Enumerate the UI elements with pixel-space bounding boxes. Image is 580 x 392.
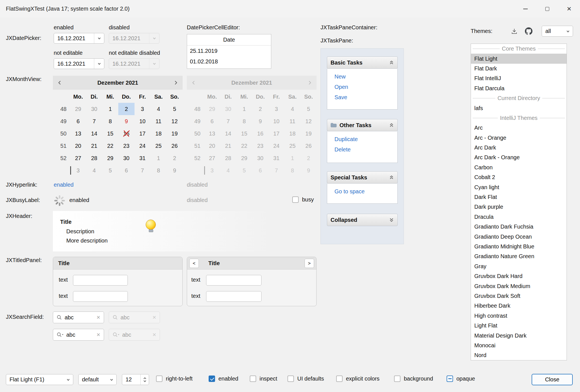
font-combo[interactable]: default — [78, 374, 117, 385]
taskpane-header[interactable]: Collapsed — [327, 214, 398, 226]
datepicker-dropdown-button[interactable] — [94, 33, 104, 43]
close-window-button[interactable]: ✕ — [558, 0, 580, 18]
clear-search-icon[interactable]: ✕ — [96, 332, 100, 338]
theme-item-dark-flat[interactable]: Dark Flat — [471, 192, 567, 202]
task-link-new[interactable]: New — [334, 72, 397, 82]
day-cell[interactable]: 24 — [135, 140, 150, 152]
day-cell[interactable]: 18 — [150, 127, 166, 140]
task-link-go-to-space[interactable]: Go to space — [334, 186, 397, 197]
task-link-open[interactable]: Open — [334, 82, 397, 92]
titled-panel-right-button[interactable]: > — [305, 259, 314, 268]
datepicker-enabled[interactable]: 16.12.2021 — [54, 33, 104, 44]
day-cell[interactable]: 5 — [102, 164, 118, 177]
theme-item-light-flat[interactable]: Light Flat — [471, 321, 567, 331]
day-cell[interactable]: 16 — [118, 127, 134, 140]
checkbox-opaque[interactable]: opaque — [447, 376, 475, 382]
themes-filter-combo[interactable]: all — [542, 26, 573, 37]
day-cell[interactable]: 21 — [86, 140, 102, 152]
theme-item-dracula[interactable]: Dracula — [471, 212, 567, 222]
theme-item-material-design-dark[interactable]: Material Design Dark — [471, 331, 567, 340]
day-cell[interactable]: 26 — [166, 140, 182, 152]
task-link-duplicate[interactable]: Duplicate — [334, 134, 397, 144]
checkbox-explicit-colors[interactable]: explicit colors — [336, 376, 379, 382]
checkbox-inspect[interactable]: inspect — [250, 376, 277, 382]
day-cell[interactable]: 22 — [102, 140, 118, 152]
day-cell[interactable]: 11 — [150, 115, 166, 127]
minimize-button[interactable] — [515, 0, 536, 18]
prev-month-button[interactable] — [53, 76, 67, 90]
next-month-button[interactable] — [169, 76, 183, 90]
search-field-menu-enabled[interactable]: abc ✕ — [53, 329, 104, 341]
theme-item-high-contrast[interactable]: High contrast — [471, 311, 567, 321]
day-cell[interactable]: 14 — [86, 127, 102, 140]
download-icon[interactable] — [511, 28, 518, 35]
theme-item-gradianto-dark-fuchsia[interactable]: Gradianto Dark Fuchsia — [471, 222, 567, 232]
theme-item-flat-light[interactable]: Flat Light — [471, 54, 567, 63]
theme-item-lafs[interactable]: lafs — [471, 103, 567, 113]
theme-item-cyan-light[interactable]: Cyan light — [471, 182, 567, 192]
day-cell[interactable]: 19 — [166, 127, 182, 140]
text-input[interactable] — [73, 291, 128, 302]
day-cell[interactable]: 1 — [102, 103, 118, 115]
theme-item-dark-purple[interactable]: Dark purple — [471, 202, 567, 212]
checkbox-box[interactable] — [447, 376, 453, 382]
datepicker-value[interactable]: 16.12.2021 — [54, 35, 94, 42]
theme-item-arc-dark-orange[interactable]: Arc Dark - Orange — [471, 153, 567, 162]
theme-item-arc-dark[interactable]: Arc Dark — [471, 143, 567, 153]
checkbox-busy[interactable]: busy — [292, 196, 314, 203]
hyperlink-enabled[interactable]: enabled — [54, 182, 74, 188]
day-cell[interactable]: 8 — [102, 115, 118, 127]
day-cell[interactable]: 30 — [86, 103, 102, 115]
day-cell[interactable]: 9 — [166, 164, 182, 177]
theme-item-arc-orange[interactable]: Arc - Orange — [471, 133, 567, 143]
checkbox-background[interactable]: background — [394, 376, 433, 382]
theme-item-flat-darcula[interactable]: Flat Darcula — [471, 84, 567, 93]
checkbox-right-to-left[interactable]: right-to-left — [156, 376, 193, 382]
day-cell[interactable]: 15 — [102, 127, 118, 140]
search-input[interactable]: abc — [66, 332, 94, 338]
text-input[interactable] — [206, 291, 261, 302]
theme-item-monocai[interactable]: Monocai — [471, 341, 567, 350]
theme-item-gradianto-deep-ocean[interactable]: Gradianto Deep Ocean — [471, 232, 567, 241]
theme-item-gray[interactable]: Gray — [471, 262, 567, 271]
day-cell[interactable]: 4 — [150, 103, 166, 115]
day-cell[interactable]: 29 — [102, 152, 118, 164]
theme-item-gruvbox-dark-medium[interactable]: Gruvbox Dark Medium — [471, 281, 567, 291]
github-icon[interactable] — [525, 27, 532, 35]
theme-item-gruvbox-dark-soft[interactable]: Gruvbox Dark Soft — [471, 291, 567, 301]
search-field-enabled[interactable]: abc ✕ — [53, 312, 104, 323]
taskpane-header[interactable]: Other Tasks — [327, 119, 398, 131]
day-cell[interactable]: 7 — [86, 115, 102, 127]
day-cell[interactable]: 9 — [118, 115, 134, 127]
day-cell[interactable]: 25 — [150, 140, 166, 152]
theme-item-gruvbox-dark-hard[interactable]: Gruvbox Dark Hard — [471, 271, 567, 281]
spinner-buttons[interactable] — [140, 374, 149, 385]
checkbox-ui-defaults[interactable]: UI defaults — [287, 376, 324, 382]
day-cell[interactable]: 2 — [118, 103, 134, 115]
day-cell[interactable]: 3 — [135, 103, 150, 115]
theme-item-flat-intellij[interactable]: Flat IntelliJ — [471, 73, 567, 83]
day-cell[interactable]: 23 — [118, 140, 134, 152]
text-input[interactable] — [73, 275, 128, 286]
checkbox-box[interactable] — [336, 376, 343, 382]
day-cell[interactable]: 20 — [70, 140, 86, 152]
datepicker-not-editable[interactable]: 16.12.2021 — [54, 58, 104, 69]
day-cell[interactable]: 13 — [70, 127, 86, 140]
task-link-delete[interactable]: Delete — [334, 144, 397, 155]
day-cell[interactable]: 28 — [86, 152, 102, 164]
theme-item-flat-dark[interactable]: Flat Dark — [471, 64, 567, 73]
task-link-save[interactable]: Save — [334, 92, 397, 103]
day-cell[interactable]: 29 — [70, 103, 86, 115]
day-cell[interactable]: 6 — [70, 115, 86, 127]
search-input[interactable]: abc — [65, 314, 94, 321]
table-row[interactable]: 25.11.2019 — [187, 46, 271, 56]
checkbox-enabled[interactable]: enabled — [209, 376, 238, 382]
day-cell[interactable]: 31 — [135, 152, 150, 164]
day-cell[interactable]: 10 — [135, 115, 150, 127]
close-button[interactable]: Close — [532, 374, 573, 385]
day-cell[interactable]: 3 — [70, 164, 86, 177]
day-cell[interactable]: 12 — [166, 115, 182, 127]
titled-panel-left-button[interactable]: < — [189, 259, 199, 268]
taskpane-header[interactable]: Special Tasks — [327, 171, 398, 184]
datepicker-dropdown-button[interactable] — [94, 59, 104, 69]
